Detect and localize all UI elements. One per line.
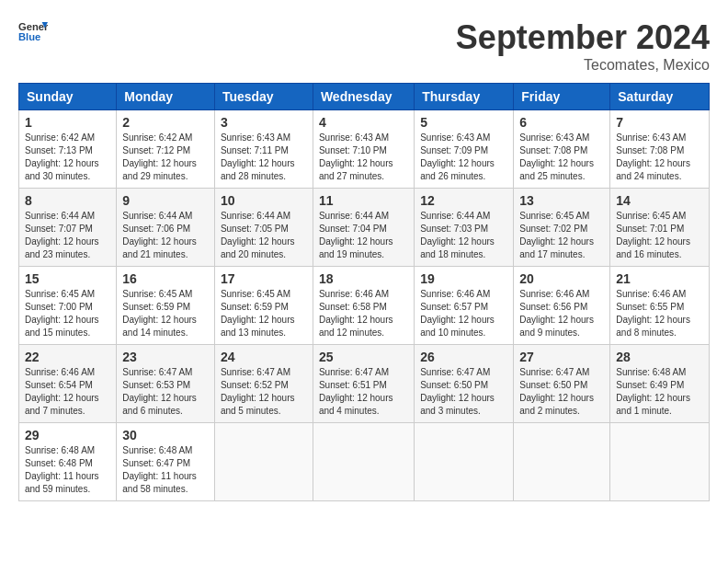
day-info: Sunrise: 6:47 AM Sunset: 6:50 PM Dayligh… — [420, 366, 507, 418]
day-number: 29 — [25, 428, 110, 442]
day-info: Sunrise: 6:45 AM Sunset: 7:02 PM Dayligh… — [519, 210, 604, 261]
calendar-cell: 16 Sunrise: 6:45 AM Sunset: 6:59 PM Dayl… — [117, 267, 215, 345]
day-info: Sunrise: 6:43 AM Sunset: 7:10 PM Dayligh… — [319, 132, 408, 183]
calendar-cell: 30 Sunrise: 6:48 AM Sunset: 6:47 PM Dayl… — [117, 423, 215, 501]
day-info: Sunrise: 6:44 AM Sunset: 7:06 PM Dayligh… — [122, 210, 209, 261]
day-info: Sunrise: 6:44 AM Sunset: 7:07 PM Dayligh… — [25, 210, 110, 261]
page-header: General Blue September 2024 Tecomates, M… — [18, 18, 710, 74]
month-title: September 2024 — [456, 18, 710, 57]
day-number: 28 — [616, 350, 703, 364]
day-number: 13 — [519, 193, 604, 208]
calendar-week-2: 8 Sunrise: 6:44 AM Sunset: 7:07 PM Dayli… — [19, 189, 710, 267]
day-number: 8 — [25, 193, 110, 208]
day-number: 26 — [420, 350, 507, 364]
day-number: 9 — [122, 193, 209, 208]
day-number: 23 — [122, 350, 209, 364]
calendar-cell: 17 Sunrise: 6:45 AM Sunset: 6:59 PM Dayl… — [214, 267, 313, 345]
day-number: 18 — [319, 271, 408, 286]
calendar-cell: 25 Sunrise: 6:47 AM Sunset: 6:51 PM Dayl… — [313, 345, 414, 423]
day-info: Sunrise: 6:47 AM Sunset: 6:50 PM Dayligh… — [519, 366, 604, 418]
day-number: 4 — [319, 115, 408, 130]
day-info: Sunrise: 6:44 AM Sunset: 7:03 PM Dayligh… — [420, 210, 507, 261]
day-number: 30 — [122, 428, 209, 442]
day-number: 24 — [221, 350, 307, 364]
calendar-cell: 13 Sunrise: 6:45 AM Sunset: 7:02 PM Dayl… — [514, 189, 610, 267]
calendar-body: 1 Sunrise: 6:42 AM Sunset: 7:13 PM Dayli… — [19, 110, 710, 501]
calendar-cell: 6 Sunrise: 6:43 AM Sunset: 7:08 PM Dayli… — [514, 110, 610, 189]
calendar-cell: 8 Sunrise: 6:44 AM Sunset: 7:07 PM Dayli… — [19, 189, 117, 267]
col-monday: Monday — [117, 84, 215, 110]
day-number: 14 — [616, 193, 703, 208]
calendar-cell: 3 Sunrise: 6:43 AM Sunset: 7:11 PM Dayli… — [214, 110, 313, 189]
day-info: Sunrise: 6:44 AM Sunset: 7:05 PM Dayligh… — [221, 210, 307, 261]
calendar-cell: 27 Sunrise: 6:47 AM Sunset: 6:50 PM Dayl… — [514, 345, 610, 423]
logo: General Blue — [18, 18, 48, 44]
calendar-week-4: 22 Sunrise: 6:46 AM Sunset: 6:54 PM Dayl… — [19, 345, 710, 423]
calendar-cell: 5 Sunrise: 6:43 AM Sunset: 7:09 PM Dayli… — [415, 110, 514, 189]
calendar-cell: 19 Sunrise: 6:46 AM Sunset: 6:57 PM Dayl… — [415, 267, 514, 345]
col-wednesday: Wednesday — [313, 84, 414, 110]
calendar-cell: 10 Sunrise: 6:44 AM Sunset: 7:05 PM Dayl… — [214, 189, 313, 267]
col-tuesday: Tuesday — [214, 84, 313, 110]
col-sunday: Sunday — [19, 84, 117, 110]
calendar-cell: 23 Sunrise: 6:47 AM Sunset: 6:53 PM Dayl… — [117, 345, 215, 423]
day-info: Sunrise: 6:46 AM Sunset: 6:54 PM Dayligh… — [25, 366, 110, 418]
day-info: Sunrise: 6:45 AM Sunset: 7:01 PM Dayligh… — [616, 210, 703, 261]
day-number: 11 — [319, 193, 408, 208]
calendar-cell — [214, 423, 313, 501]
day-info: Sunrise: 6:47 AM Sunset: 6:52 PM Dayligh… — [221, 366, 307, 418]
calendar-cell: 28 Sunrise: 6:48 AM Sunset: 6:49 PM Dayl… — [610, 345, 710, 423]
day-number: 17 — [221, 271, 307, 286]
day-info: Sunrise: 6:48 AM Sunset: 6:49 PM Dayligh… — [616, 366, 703, 418]
day-info: Sunrise: 6:48 AM Sunset: 6:47 PM Dayligh… — [122, 444, 209, 496]
calendar-cell: 14 Sunrise: 6:45 AM Sunset: 7:01 PM Dayl… — [610, 189, 710, 267]
day-number: 2 — [122, 115, 209, 130]
day-info: Sunrise: 6:43 AM Sunset: 7:09 PM Dayligh… — [420, 132, 507, 183]
calendar-cell: 7 Sunrise: 6:43 AM Sunset: 7:08 PM Dayli… — [610, 110, 710, 189]
calendar-cell: 22 Sunrise: 6:46 AM Sunset: 6:54 PM Dayl… — [19, 345, 117, 423]
day-number: 25 — [319, 350, 408, 364]
day-info: Sunrise: 6:46 AM Sunset: 6:55 PM Dayligh… — [616, 288, 703, 339]
calendar-cell — [610, 423, 710, 501]
day-info: Sunrise: 6:43 AM Sunset: 7:08 PM Dayligh… — [519, 132, 604, 183]
col-thursday: Thursday — [415, 84, 514, 110]
day-number: 21 — [616, 271, 703, 286]
day-info: Sunrise: 6:45 AM Sunset: 6:59 PM Dayligh… — [221, 288, 307, 339]
calendar-cell: 21 Sunrise: 6:46 AM Sunset: 6:55 PM Dayl… — [610, 267, 710, 345]
logo-icon: General Blue — [18, 18, 48, 44]
day-number: 10 — [221, 193, 307, 208]
title-block: September 2024 Tecomates, Mexico — [456, 18, 710, 74]
calendar-header-row: Sunday Monday Tuesday Wednesday Thursday… — [19, 84, 710, 110]
calendar-cell: 11 Sunrise: 6:44 AM Sunset: 7:04 PM Dayl… — [313, 189, 414, 267]
calendar-cell: 26 Sunrise: 6:47 AM Sunset: 6:50 PM Dayl… — [415, 345, 514, 423]
calendar-week-5: 29 Sunrise: 6:48 AM Sunset: 6:48 PM Dayl… — [19, 423, 710, 501]
day-number: 3 — [221, 115, 307, 130]
day-number: 5 — [420, 115, 507, 130]
day-number: 6 — [519, 115, 604, 130]
day-number: 27 — [519, 350, 604, 364]
day-info: Sunrise: 6:46 AM Sunset: 6:57 PM Dayligh… — [420, 288, 507, 339]
col-saturday: Saturday — [610, 84, 710, 110]
calendar-week-3: 15 Sunrise: 6:45 AM Sunset: 7:00 PM Dayl… — [19, 267, 710, 345]
day-info: Sunrise: 6:45 AM Sunset: 7:00 PM Dayligh… — [25, 288, 110, 339]
calendar-cell: 20 Sunrise: 6:46 AM Sunset: 6:56 PM Dayl… — [514, 267, 610, 345]
calendar-cell — [514, 423, 610, 501]
location: Tecomates, Mexico — [456, 57, 710, 74]
day-info: Sunrise: 6:48 AM Sunset: 6:48 PM Dayligh… — [25, 444, 110, 496]
day-number: 16 — [122, 271, 209, 286]
svg-text:Blue: Blue — [18, 31, 40, 42]
day-info: Sunrise: 6:47 AM Sunset: 6:51 PM Dayligh… — [319, 366, 408, 418]
calendar-cell: 15 Sunrise: 6:45 AM Sunset: 7:00 PM Dayl… — [19, 267, 117, 345]
calendar-cell: 9 Sunrise: 6:44 AM Sunset: 7:06 PM Dayli… — [117, 189, 215, 267]
col-friday: Friday — [514, 84, 610, 110]
calendar-cell: 18 Sunrise: 6:46 AM Sunset: 6:58 PM Dayl… — [313, 267, 414, 345]
day-info: Sunrise: 6:45 AM Sunset: 6:59 PM Dayligh… — [122, 288, 209, 339]
day-info: Sunrise: 6:47 AM Sunset: 6:53 PM Dayligh… — [122, 366, 209, 418]
day-number: 7 — [616, 115, 703, 130]
calendar-cell — [313, 423, 414, 501]
day-number: 19 — [420, 271, 507, 286]
calendar-table: Sunday Monday Tuesday Wednesday Thursday… — [18, 83, 710, 501]
day-info: Sunrise: 6:42 AM Sunset: 7:13 PM Dayligh… — [25, 132, 110, 183]
day-number: 22 — [25, 350, 110, 364]
calendar-cell: 2 Sunrise: 6:42 AM Sunset: 7:12 PM Dayli… — [117, 110, 215, 189]
